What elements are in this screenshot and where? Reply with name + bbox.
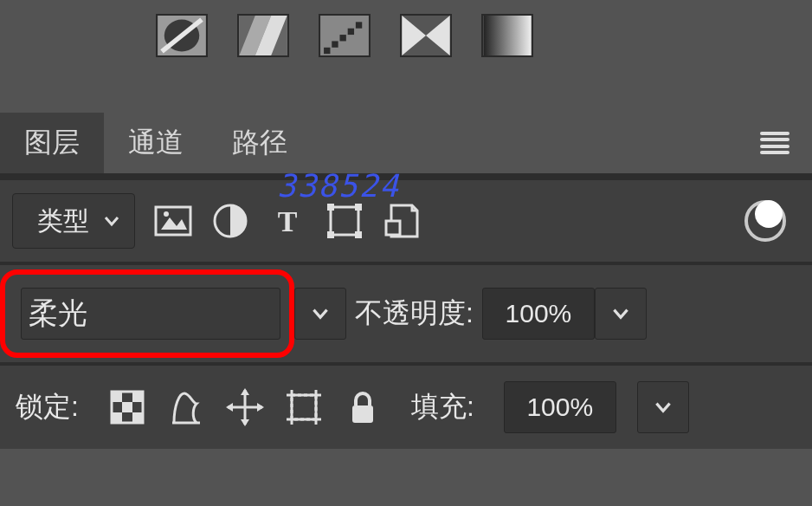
- svg-rect-41: [292, 395, 316, 419]
- lock-artboard-icon[interactable]: [285, 388, 323, 426]
- filter-kind-dropdown[interactable]: 类型: [12, 193, 135, 249]
- svg-rect-23: [331, 207, 358, 235]
- svg-marker-39: [226, 403, 233, 412]
- svg-rect-27: [355, 231, 362, 238]
- opacity-value-input[interactable]: 100%: [482, 288, 595, 340]
- layer-filter-row: 338524 类型 T: [0, 180, 812, 262]
- lock-transparency-icon[interactable]: [108, 388, 146, 426]
- filter-shape-icon[interactable]: [325, 202, 364, 240]
- preset-thumb-5[interactable]: [481, 14, 533, 57]
- svg-marker-37: [241, 388, 249, 395]
- lock-position-icon[interactable]: [226, 388, 264, 426]
- svg-rect-31: [132, 392, 143, 402]
- svg-rect-32: [122, 402, 132, 412]
- svg-rect-7: [324, 48, 330, 54]
- filter-pixel-icon[interactable]: [154, 202, 192, 240]
- svg-rect-8: [332, 41, 338, 47]
- svg-rect-24: [327, 204, 334, 211]
- svg-text:T: T: [278, 205, 298, 237]
- tab-paths[interactable]: 路径: [208, 113, 312, 173]
- filter-type-icon[interactable]: T: [268, 202, 306, 240]
- lock-all-icon[interactable]: [344, 388, 382, 426]
- toggle-dot: [755, 200, 783, 228]
- svg-rect-10: [348, 29, 354, 35]
- panel-tabs: 图层 通道 路径: [0, 113, 812, 177]
- svg-marker-38: [241, 419, 249, 426]
- filter-kind-label: 类型: [37, 204, 89, 239]
- preset-thumb-4[interactable]: [400, 14, 452, 57]
- filter-smartobject-icon[interactable]: [383, 202, 421, 240]
- tab-layers[interactable]: 图层: [0, 113, 104, 173]
- filter-toggle-switch[interactable]: [744, 200, 786, 242]
- svg-rect-15: [483, 16, 531, 55]
- filter-adjustment-icon[interactable]: [211, 202, 249, 240]
- preset-thumbnails-row: [0, 0, 812, 71]
- blend-mode-value: 柔光: [29, 294, 87, 334]
- svg-rect-28: [386, 221, 400, 235]
- svg-rect-30: [112, 392, 122, 402]
- svg-rect-46: [352, 405, 373, 423]
- svg-rect-9: [339, 35, 345, 41]
- preset-thumb-3[interactable]: [319, 14, 371, 57]
- svg-rect-26: [327, 231, 334, 238]
- preset-thumb-2[interactable]: [237, 14, 289, 57]
- blend-mode-chevron[interactable]: [294, 288, 346, 340]
- svg-rect-11: [356, 22, 362, 28]
- fill-chevron[interactable]: [637, 381, 689, 433]
- opacity-chevron[interactable]: [595, 288, 647, 340]
- tab-channels[interactable]: 通道: [104, 113, 208, 173]
- lock-label: 锁定:: [16, 388, 87, 426]
- chevron-down-icon: [101, 211, 122, 231]
- lock-image-icon[interactable]: [167, 388, 205, 426]
- blend-mode-row: 柔光 不透明度: 100%: [0, 265, 812, 362]
- svg-rect-25: [355, 204, 362, 211]
- svg-rect-33: [112, 412, 122, 423]
- fill-value-input[interactable]: 100%: [504, 381, 616, 433]
- blend-mode-dropdown[interactable]: 柔光: [0, 269, 294, 358]
- svg-point-20: [164, 211, 169, 217]
- svg-rect-18: [156, 207, 190, 235]
- preset-thumb-1[interactable]: [156, 14, 208, 57]
- svg-rect-34: [132, 412, 143, 423]
- panel-menu-icon[interactable]: [760, 132, 789, 154]
- svg-marker-40: [257, 403, 264, 412]
- svg-marker-19: [161, 217, 187, 230]
- opacity-label: 不透明度:: [346, 295, 482, 333]
- lock-row: 锁定: 填充: 100%: [0, 366, 812, 449]
- fill-label: 填充:: [403, 388, 483, 426]
